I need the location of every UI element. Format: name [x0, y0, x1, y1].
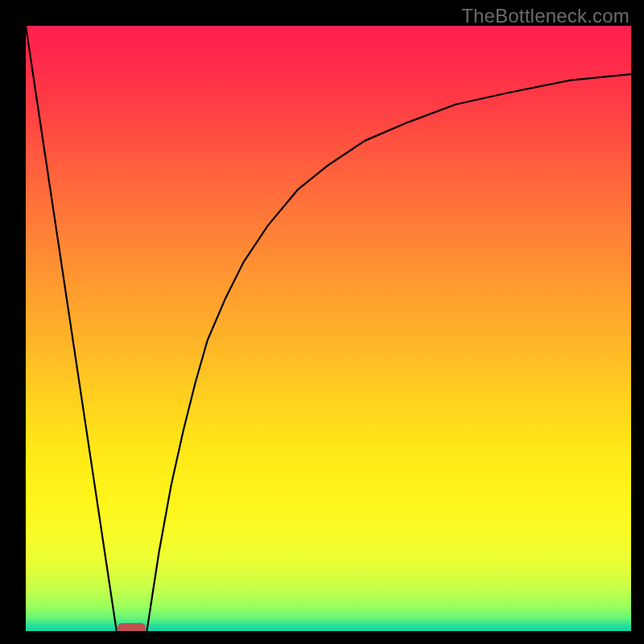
series-left-line	[26, 26, 117, 631]
series-right-curve	[147, 74, 631, 631]
plot-area	[26, 26, 631, 631]
chart-frame: TheBottleneck.com	[0, 0, 644, 644]
minimum-marker	[118, 623, 146, 631]
watermark-text: TheBottleneck.com	[461, 5, 630, 27]
curve-layer	[26, 26, 631, 631]
